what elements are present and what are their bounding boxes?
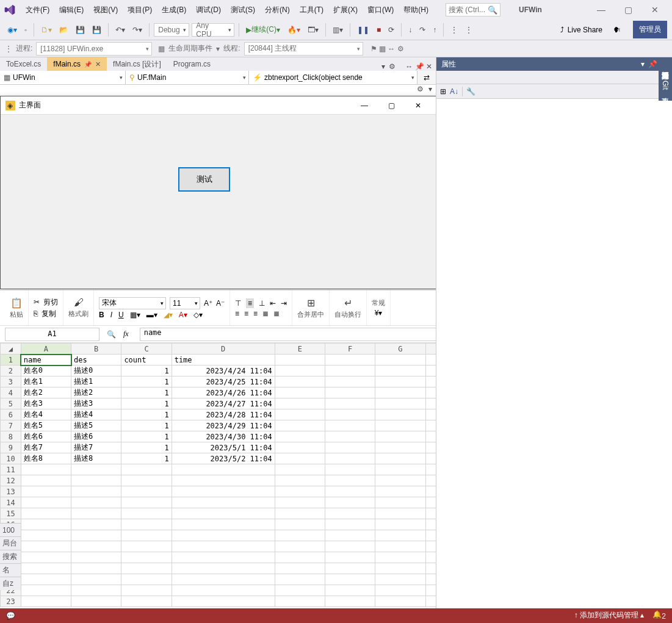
gear-icon[interactable]: ⚙ <box>417 85 424 93</box>
redo-icon[interactable]: ↷▾ <box>130 24 145 35</box>
wf-close-button[interactable]: ✕ <box>405 97 432 114</box>
new-icon[interactable]: 🗋▾ <box>38 24 54 35</box>
size-combo[interactable]: 11 <box>170 297 200 309</box>
live-share-button[interactable]: Live Share <box>568 26 602 34</box>
paste-icon[interactable]: 📋 <box>10 297 23 309</box>
copy-icon[interactable]: ⎘ <box>34 309 38 318</box>
menu-文件(F)[interactable]: 文件(F) <box>21 2 54 18</box>
process-combo[interactable]: [11828] UFWin.exe <box>36 42 152 56</box>
properties-object-combo[interactable] <box>436 71 672 84</box>
notifications-icon[interactable]: 🔔2 <box>652 610 666 621</box>
alpha-sort-icon[interactable]: A↓ <box>450 87 458 96</box>
hot-reload-icon[interactable]: 🔥▾ <box>285 24 303 35</box>
close-button[interactable]: ✕ <box>641 1 668 19</box>
save-icon[interactable]: 💾 <box>73 24 87 35</box>
pin-icon[interactable]: 📌 <box>648 60 657 68</box>
settings-icon[interactable]: ⚙ <box>389 62 396 71</box>
bottom-tab[interactable]: 名 <box>0 563 21 577</box>
align-left-icon[interactable]: ≡ <box>235 309 239 318</box>
live-share-icon[interactable]: ⤴ <box>560 26 564 34</box>
menu-窗口(W)[interactable]: 窗口(W) <box>363 2 399 18</box>
fwd-icon[interactable]: ◦ <box>22 24 29 35</box>
bottom-tab[interactable]: 100 <box>0 523 21 536</box>
spreadsheet-grid[interactable]: ◢ABCDEFGH1namedescounttime2姓名0描述012023/4… <box>0 343 436 607</box>
error-icon[interactable]: 💬 <box>6 611 15 620</box>
decrease-font-icon[interactable]: A⁻ <box>216 299 225 308</box>
menu-扩展(X)[interactable]: 扩展(X) <box>328 2 363 18</box>
font-combo[interactable]: 宋体 <box>99 297 166 309</box>
more-icon[interactable]: ◇▾ <box>193 311 203 319</box>
class-combo[interactable]: ⚲UF.fMain <box>126 71 249 84</box>
tab-fMain.cs [设计][interactable]: fMain.cs [设计] <box>107 57 167 71</box>
stepover-icon[interactable]: ↷ <box>417 24 428 35</box>
menu-视图(V)[interactable]: 视图(V) <box>89 2 123 18</box>
open-icon[interactable]: 📂 <box>57 24 71 35</box>
lifecycle-label[interactable]: 生命周期事件 <box>168 43 212 54</box>
zoom-icon[interactable]: 🔍 <box>107 330 116 339</box>
align-center-icon[interactable]: ≡ <box>244 309 248 318</box>
menu-工具(T)[interactable]: 工具(T) <box>295 2 328 18</box>
saveall-icon[interactable]: 💾 <box>90 24 104 35</box>
align-mid-icon[interactable]: ≡ <box>246 298 254 308</box>
bottom-tab[interactable]: 局台 <box>0 536 21 550</box>
continue-button[interactable]: ▶ 继续(C)▾ <box>244 23 283 36</box>
search-input[interactable]: 搜索 (Ctrl... 🔍 <box>446 3 500 16</box>
wf-minimize-button[interactable]: — <box>351 97 378 114</box>
menu-生成(B)[interactable]: 生成(B) <box>157 2 191 18</box>
feedback-icon[interactable]: 🗣 <box>613 26 621 34</box>
align-right-icon[interactable]: ≡ <box>253 309 258 318</box>
properties-header[interactable]: 属性 ▾📌✕ <box>436 57 672 71</box>
italic-icon[interactable]: I <box>110 311 112 319</box>
maximize-button[interactable]: ▢ <box>615 1 641 19</box>
menu-项目(P)[interactable]: 项目(P) <box>123 2 157 18</box>
bottom-tab[interactable]: 搜索 <box>0 550 21 563</box>
layout-icon[interactable]: ▥▾ <box>330 24 345 35</box>
menu-编辑(E)[interactable]: 编辑(E) <box>54 2 89 18</box>
pause-icon[interactable]: ❚❚ <box>355 24 372 35</box>
name-box[interactable]: A1 <box>5 328 99 341</box>
test-button[interactable]: 测试 <box>178 167 230 192</box>
underline-icon[interactable]: U <box>118 311 124 319</box>
dist-icon[interactable]: ≣ <box>262 309 269 318</box>
minimize-button[interactable]: — <box>588 1 615 19</box>
border-icon[interactable]: ▦▾ <box>130 311 140 319</box>
stepinto-icon[interactable]: ↓ <box>406 24 414 35</box>
bottom-tab[interactable]: 自z <box>0 577 21 590</box>
align-top-icon[interactable]: ⊤ <box>235 299 241 308</box>
namespace-combo[interactable]: ▦UFWin <box>0 71 126 84</box>
undo-icon[interactable]: ↶▾ <box>113 24 128 35</box>
config-combo[interactable]: Debug <box>154 23 189 37</box>
method-combo[interactable]: ⚡zbtnexport_Click(object sende <box>249 71 417 84</box>
menu-分析(N)[interactable]: 分析(N) <box>260 2 295 18</box>
restart-icon[interactable]: ⟳ <box>386 24 397 35</box>
cut-icon[interactable]: ✂ <box>34 298 40 306</box>
more1-icon[interactable]: ⋮ <box>448 24 460 35</box>
git-changes-tab[interactable]: Git 更改 <box>660 77 670 96</box>
align-bot-icon[interactable]: ⊥ <box>259 299 265 308</box>
categorized-icon[interactable]: ⊞ <box>440 87 446 96</box>
tab-Program.cs[interactable]: Program.cs <box>167 57 217 71</box>
indent-l-icon[interactable]: ⇤ <box>270 299 276 308</box>
solution-explorer-tab[interactable]: 解决方案资源管理器 <box>660 62 670 70</box>
wf-maximize-button[interactable]: ▢ <box>378 97 405 114</box>
fill2-icon[interactable]: ◢▾ <box>164 311 173 319</box>
menu-调试(D)[interactable]: 调试(D) <box>191 2 226 18</box>
wrap-icon[interactable]: ↵ <box>344 297 352 309</box>
wrench-icon[interactable]: 🔧 <box>466 87 475 96</box>
browser-icon[interactable]: 🗔▾ <box>305 24 321 35</box>
merge-icon[interactable]: ⊞ <box>307 297 315 309</box>
platform-combo[interactable]: Any CPU <box>192 23 234 37</box>
currency-icon[interactable]: ¥▾ <box>375 309 383 317</box>
stop-icon[interactable]: ■ <box>374 24 383 35</box>
fx-icon[interactable]: fx <box>123 330 129 339</box>
stepout-icon[interactable]: ↑ <box>430 24 439 35</box>
more2-icon[interactable]: ⋮ <box>463 24 475 35</box>
tab-fMain.cs[interactable]: fMain.cs 📌 ✕ <box>47 57 107 71</box>
tab-dropdown-icon[interactable]: ▾ <box>381 62 385 71</box>
fill-icon[interactable]: ▬▾ <box>146 311 157 319</box>
menu-测试(S)[interactable]: 测试(S) <box>226 2 260 18</box>
thread-combo[interactable]: [20844] 主线程 <box>244 42 363 56</box>
window-titlebar[interactable]: ◈ 主界面 — ▢ ✕ <box>1 96 436 115</box>
increase-font-icon[interactable]: A⁺ <box>204 299 212 308</box>
formula-input[interactable]: name <box>140 328 436 341</box>
